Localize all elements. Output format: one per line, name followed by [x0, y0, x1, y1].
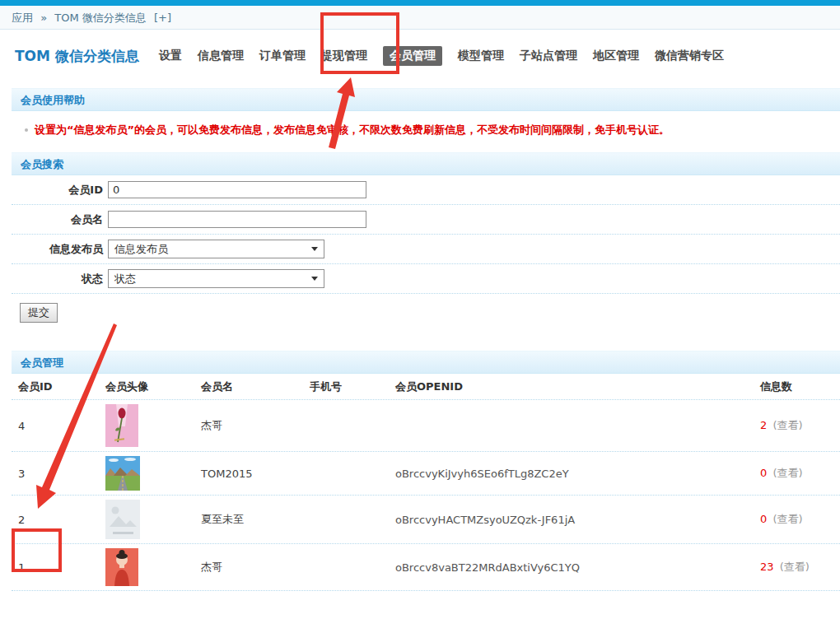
- member-table-header: 会员ID 会员头像 会员名 手机号 会员OPENID 信息数: [12, 374, 840, 400]
- form-row-status: 状态 状态: [12, 264, 840, 294]
- member-id-cell: 4: [12, 420, 99, 432]
- tab-wechat-marketing[interactable]: 微信营销专区: [655, 49, 724, 63]
- col-info-count: 信息数: [754, 379, 840, 394]
- publisher-select[interactable]: 信息发布员: [108, 240, 324, 258]
- tab-member-management[interactable]: 会员管理: [383, 46, 442, 66]
- member-name-cell: 杰哥: [194, 418, 303, 433]
- app-title: TOM 微信分类信息: [15, 47, 139, 66]
- breadcrumb-title: TOM 微信分类信息: [54, 12, 147, 24]
- breadcrumb-expand-link[interactable]: [+]: [154, 12, 171, 24]
- col-openid: 会员OPENID: [389, 379, 754, 394]
- tab-order-management[interactable]: 订单管理: [259, 49, 306, 63]
- form-row-member-id: 会员ID: [12, 175, 840, 205]
- avatar: [99, 544, 194, 590]
- view-link[interactable]: (查看): [772, 467, 802, 479]
- info-count-cell: 0 (查看): [754, 466, 840, 481]
- submit-button[interactable]: 提交: [20, 303, 58, 323]
- info-count-cell: 23 (查看): [754, 560, 840, 575]
- member-id-cell: 3: [12, 468, 99, 480]
- view-link[interactable]: (查看): [772, 513, 802, 525]
- info-count-link[interactable]: 2: [760, 419, 767, 431]
- status-select-value: 状态: [114, 272, 136, 286]
- publisher-select-value: 信息发布员: [114, 242, 168, 257]
- tab-settings[interactable]: 设置: [159, 49, 182, 63]
- openid-cell: oBrccvyKiJvyh6SEo6fTLg8ZC2eY: [389, 468, 754, 480]
- search-section-title: 会员搜索: [12, 152, 840, 175]
- submit-row: 提交: [12, 294, 840, 333]
- table-row: 1 杰哥ゞ oBrccv8vaBT22MRdABxtiVy6C1YQ 23 (查…: [12, 544, 840, 591]
- tab-withdraw-management[interactable]: 提现管理: [321, 49, 367, 63]
- member-search-section: 会员搜索 会员ID 会员名 信息发布员 信息发布员 状态 状态 提交: [12, 152, 840, 333]
- avatar: [99, 400, 194, 451]
- avatar: [99, 452, 194, 495]
- tab-subsite-management[interactable]: 子站点管理: [520, 49, 577, 63]
- info-count-link[interactable]: 0: [760, 467, 767, 479]
- member-name-cell: 夏至未至: [194, 512, 303, 527]
- breadcrumb-separator: »: [40, 12, 47, 24]
- publisher-label: 信息发布员: [12, 242, 103, 257]
- info-count-cell: 2 (查看): [754, 418, 840, 433]
- breadcrumb: 应用 » TOM 微信分类信息 [+]: [0, 6, 840, 30]
- table-row: 3 TOM2015 oBrccvyKiJvyh6SEo6fTLg8ZC2eY 0…: [12, 452, 840, 496]
- member-name-cell: 杰哥ゞ: [194, 560, 303, 575]
- avatar-cartoon-red-image: [105, 548, 138, 586]
- member-management-section: 会员管理 会员ID 会员头像 会员名 手机号 会员OPENID 信息数 4 杰哥…: [12, 351, 840, 591]
- member-help-section: 会员使用帮助 设置为“信息发布员”的会员，可以免费发布信息，发布信息免审核，不限…: [12, 88, 840, 148]
- openid-cell: oBrccv8vaBT22MRdABxtiVy6C1YQ: [389, 561, 754, 574]
- info-count-link[interactable]: 0: [760, 513, 767, 525]
- info-count-cell: 0 (查看): [754, 512, 840, 527]
- table-row: 2 夏至未至 oBrccvyHACTMZsyoUZQzk-JF61jA 0 (查…: [12, 496, 840, 544]
- help-body: 设置为“信息发布员”的会员，可以免费发布信息，发布信息免审核，不限次数免费刷新信…: [12, 111, 840, 148]
- member-name-input[interactable]: [108, 211, 366, 228]
- member-id-cell: 1: [12, 561, 99, 574]
- col-member-name: 会员名: [194, 379, 303, 394]
- tab-region-management[interactable]: 地区管理: [593, 49, 639, 63]
- info-count-link[interactable]: 23: [760, 561, 774, 573]
- avatar-rose-on-pink-image: [105, 404, 138, 447]
- col-avatar: 会员头像: [99, 379, 194, 394]
- col-phone: 手机号: [303, 379, 389, 394]
- table-row: 4 杰哥 2 (查看): [12, 400, 840, 452]
- form-row-publisher: 信息发布员 信息发布员: [12, 235, 840, 264]
- member-name-cell: TOM2015: [194, 468, 303, 480]
- members-section-title: 会员管理: [12, 351, 840, 374]
- help-tip-text: 设置为“信息发布员”的会员，可以免费发布信息，发布信息免审核，不限次数免费刷新信…: [35, 123, 670, 137]
- tab-info-management[interactable]: 信息管理: [198, 49, 244, 63]
- member-id-label: 会员ID: [12, 183, 103, 198]
- avatar-image-placeholder: [105, 500, 140, 539]
- member-name-label: 会员名: [12, 212, 103, 227]
- status-label: 状态: [12, 272, 103, 286]
- view-link[interactable]: (查看): [780, 561, 810, 573]
- col-member-id: 会员ID: [12, 379, 99, 394]
- bullet-icon: [25, 128, 28, 132]
- avatar-road-landscape-image: [105, 456, 140, 491]
- help-section-title: 会员使用帮助: [12, 88, 840, 111]
- member-id-cell: 2: [12, 514, 99, 526]
- tab-model-management[interactable]: 模型管理: [458, 49, 504, 63]
- top-accent-bar: [0, 0, 840, 6]
- openid-cell: oBrccvyHACTMZsyoUZQzk-JF61jA: [389, 514, 754, 526]
- status-select[interactable]: 状态: [108, 269, 324, 288]
- form-row-member-name: 会员名: [12, 205, 840, 235]
- avatar: [99, 496, 194, 543]
- view-link[interactable]: (查看): [772, 419, 802, 431]
- chevron-down-icon: [311, 247, 318, 251]
- main-nav: TOM 微信分类信息 设置 信息管理 订单管理 提现管理 会员管理 模型管理 子…: [0, 30, 840, 81]
- chevron-down-icon: [311, 277, 318, 281]
- breadcrumb-app-link[interactable]: 应用: [12, 12, 33, 24]
- member-id-input[interactable]: [108, 181, 366, 198]
